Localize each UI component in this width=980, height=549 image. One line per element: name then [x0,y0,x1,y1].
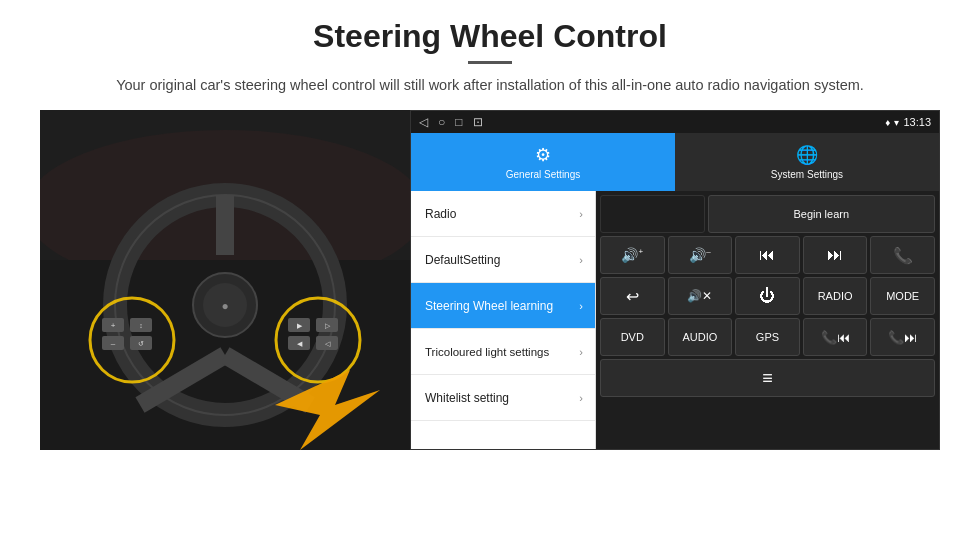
vol-down-icon: 🔊– [689,247,710,263]
prev-track-button[interactable]: ⏮ [735,236,800,274]
prev-icon: ⏮ [759,246,775,264]
menu-icon: ⊡ [473,115,483,129]
power-icon: ⏻ [759,287,775,305]
wifi-icon: ▾ [894,117,899,128]
gps-icon: ♦ [885,117,890,128]
menu-item-tricoloured[interactable]: Tricoloured light settings › [411,329,595,375]
dvd-label: DVD [621,331,644,343]
radio-label: RADIO [818,290,853,302]
chevron-icon: › [579,300,583,312]
next-icon: ⏭ [827,246,843,264]
chevron-icon: › [579,208,583,220]
phone-prev-icon: 📞⏮ [821,330,850,345]
power-button[interactable]: ⏻ [735,277,800,315]
page-title: Steering Wheel Control [313,18,667,55]
mute-icon: 🔊✕ [687,289,712,303]
tab-system-label: System Settings [771,169,843,180]
ctrl-row-4: DVD AUDIO GPS 📞⏮ 📞⏭ [600,318,935,356]
chevron-icon: › [579,392,583,404]
list-button[interactable]: ≡ [600,359,935,397]
radio-button[interactable]: RADIO [803,277,868,315]
content-area: ● + – ↕ ↺ ▶ ◀ ▷ [40,110,940,450]
svg-text:↺: ↺ [138,340,144,347]
settings-icon: ⚙ [535,144,551,166]
android-ui: ◁ ○ □ ⊡ ♦ ▾ 13:13 ⚙ General Settings [410,110,940,450]
ctrl-row-5: ≡ [600,359,935,397]
svg-text:↕: ↕ [139,322,143,329]
vol-up-button[interactable]: 🔊+ [600,236,665,274]
empty-cell [600,195,705,233]
subtitle: Your original car's steering wheel contr… [116,74,864,96]
mode-button[interactable]: MODE [870,277,935,315]
mute-button[interactable]: 🔊✕ [668,277,733,315]
home-icon: ○ [438,115,445,129]
back-call-button[interactable]: ↩ [600,277,665,315]
phone-button[interactable]: 📞 [870,236,935,274]
svg-text:+: + [111,321,116,330]
dvd-button[interactable]: DVD [600,318,665,356]
chevron-icon: › [579,346,583,358]
tab-system-settings[interactable]: 🌐 System Settings [675,133,939,191]
phone-next-button[interactable]: 📞⏭ [870,318,935,356]
audio-button[interactable]: AUDIO [668,318,733,356]
status-bar-right: ♦ ▾ 13:13 [885,116,931,128]
ctrl-row-1: Begin learn [600,195,935,233]
page-container: Steering Wheel Control Your original car… [0,0,980,549]
chevron-icon: › [579,254,583,266]
ctrl-row-3: ↩ 🔊✕ ⏻ RADIO MODE [600,277,935,315]
status-bar: ◁ ○ □ ⊡ ♦ ▾ 13:13 [411,111,939,133]
back-call-icon: ↩ [626,287,639,306]
menu-controls-area: Radio › DefaultSetting › Steering Wheel … [411,191,939,449]
phone-next-icon: 📞⏭ [888,330,917,345]
vol-up-icon: 🔊+ [621,247,643,263]
menu-item-steering-wheel[interactable]: Steering Wheel learning › [411,283,595,329]
audio-label: AUDIO [682,331,717,343]
menu-item-whitelist[interactable]: Whitelist setting › [411,375,595,421]
phone-prev-button[interactable]: 📞⏮ [803,318,868,356]
time-display: 13:13 [903,116,931,128]
tab-general-label: General Settings [506,169,581,180]
tab-bar: ⚙ General Settings 🌐 System Settings [411,133,939,191]
title-divider [468,61,512,64]
vol-down-button[interactable]: 🔊– [668,236,733,274]
next-track-button[interactable]: ⏭ [803,236,868,274]
steering-wheel-image: ● + – ↕ ↺ ▶ ◀ ▷ [40,110,410,450]
menu-item-radio[interactable]: Radio › [411,191,595,237]
svg-text:●: ● [221,299,228,313]
controls-panel: Begin learn 🔊+ 🔊– ⏮ [596,191,939,449]
begin-learn-button[interactable]: Begin learn [708,195,936,233]
menu-list: Radio › DefaultSetting › Steering Wheel … [411,191,596,449]
back-icon: ◁ [419,115,428,129]
status-bar-left: ◁ ○ □ ⊡ [419,115,483,129]
recents-icon: □ [455,115,462,129]
phone-icon: 📞 [893,246,913,265]
list-icon: ≡ [762,368,773,389]
ctrl-row-2: 🔊+ 🔊– ⏮ ⏭ 📞 [600,236,935,274]
svg-text:–: – [111,339,116,348]
tab-general-settings[interactable]: ⚙ General Settings [411,133,675,191]
gps-label: GPS [756,331,779,343]
mode-label: MODE [886,290,919,302]
gps-button[interactable]: GPS [735,318,800,356]
system-icon: 🌐 [796,144,818,166]
menu-item-defaultsetting[interactable]: DefaultSetting › [411,237,595,283]
